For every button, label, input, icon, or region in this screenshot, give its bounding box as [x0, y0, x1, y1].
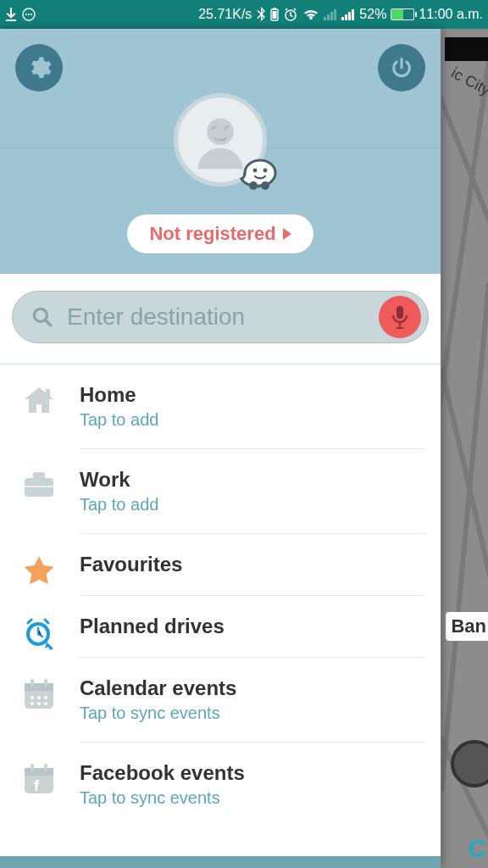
side-drawer: Not registered: [0, 29, 441, 868]
row-subtitle: Tap to add: [80, 495, 425, 515]
row-facebook-events[interactable]: f Facebook events Tap to sync events: [0, 743, 441, 826]
drawer-footer-accent: [0, 856, 441, 868]
svg-point-21: [249, 181, 258, 190]
power-icon: [390, 56, 413, 80]
row-title: Planned drives: [80, 615, 425, 638]
row-subtitle: Tap to sync events: [80, 704, 425, 723]
briefcase-icon: [22, 470, 56, 498]
microphone-icon: [391, 305, 409, 329]
row-title: Home: [80, 383, 425, 407]
bluetooth-icon: [256, 7, 266, 22]
signal-icon: [341, 8, 355, 20]
search-placeholder: Enter destination: [67, 303, 365, 331]
row-work[interactable]: Work Tap to add: [0, 449, 441, 534]
svg-point-39: [44, 696, 47, 699]
calendar-icon: [22, 678, 56, 710]
svg-point-40: [30, 702, 34, 705]
download-icon: [5, 8, 17, 21]
map-corner-glyph: C: [468, 834, 486, 863]
home-icon: [22, 385, 56, 417]
row-planned-drives[interactable]: Planned drives: [0, 596, 441, 658]
search-section: Enter destination: [0, 274, 441, 364]
row-favourites[interactable]: Favourites: [0, 534, 441, 596]
svg-point-19: [207, 118, 234, 145]
svg-point-24: [263, 169, 268, 173]
gear-icon: [26, 55, 52, 81]
svg-rect-45: [30, 764, 34, 771]
star-icon: [22, 554, 56, 587]
svg-rect-5: [274, 8, 276, 9]
voice-search-button[interactable]: [379, 296, 421, 338]
svg-point-22: [261, 181, 269, 190]
svg-rect-27: [46, 389, 50, 397]
row-subtitle: Tap to sync events: [80, 788, 425, 808]
calendar-facebook-icon: f: [22, 763, 56, 795]
battery-small-icon: [270, 8, 279, 21]
row-calendar-events[interactable]: Calendar events Tap to sync events: [0, 658, 441, 743]
register-label: Not registered: [149, 223, 275, 245]
search-input[interactable]: Enter destination: [12, 291, 429, 343]
svg-text:f: f: [34, 777, 40, 794]
svg-point-3: [30, 14, 32, 15]
svg-point-1: [25, 14, 27, 15]
network-speed: 25.71K/s: [198, 7, 252, 22]
svg-rect-10: [330, 12, 333, 20]
power-button[interactable]: [378, 44, 425, 92]
svg-rect-26: [396, 306, 403, 319]
map-background[interactable]: ic City Ban C: [441, 29, 488, 868]
svg-point-2: [28, 14, 30, 15]
svg-rect-34: [25, 683, 53, 691]
more-dots-icon: [22, 8, 36, 21]
svg-point-23: [253, 169, 258, 173]
svg-point-37: [30, 696, 34, 699]
chevron-right-icon: [283, 228, 291, 240]
drawer-header: Not registered: [0, 29, 441, 274]
svg-rect-9: [327, 14, 330, 20]
destinations-list: Home Tap to add Work Tap to add Favourit…: [0, 364, 441, 856]
alarm-icon: [283, 7, 298, 22]
row-title: Favourites: [80, 553, 425, 576]
search-icon: [31, 306, 53, 328]
profile-avatar[interactable]: [174, 93, 267, 186]
battery-percent: 52%: [359, 7, 386, 22]
clock-time: 11:00 a.m.: [419, 7, 483, 22]
svg-rect-44: [25, 768, 53, 776]
svg-rect-29: [33, 472, 45, 479]
settings-button[interactable]: [15, 44, 63, 92]
svg-rect-15: [352, 9, 354, 20]
svg-point-42: [44, 702, 47, 705]
svg-rect-30: [25, 486, 53, 487]
svg-rect-46: [44, 764, 47, 771]
svg-rect-36: [44, 679, 47, 687]
row-home[interactable]: Home Tap to add: [0, 364, 441, 449]
planned-clock-icon: [21, 616, 57, 650]
row-title: Facebook events: [80, 761, 425, 785]
android-status-bar: 25.71K/s 52% 11:00 a.m.: [0, 0, 488, 29]
wifi-icon: [302, 8, 319, 21]
svg-rect-12: [341, 17, 344, 20]
row-title: Calendar events: [80, 676, 425, 700]
waze-mascot-icon: [240, 158, 279, 192]
signal-dim-icon: [324, 8, 337, 20]
battery-icon: [391, 8, 414, 20]
row-title: Work: [80, 468, 425, 492]
svg-rect-13: [345, 14, 347, 20]
register-button[interactable]: Not registered: [127, 214, 313, 253]
svg-rect-35: [30, 679, 34, 687]
row-subtitle: Tap to add: [80, 410, 425, 430]
svg-rect-8: [324, 17, 326, 20]
svg-rect-11: [334, 9, 336, 20]
svg-rect-14: [348, 12, 351, 20]
svg-point-41: [37, 702, 41, 705]
map-place-label: Ban: [446, 612, 488, 641]
svg-point-38: [37, 696, 41, 699]
svg-rect-6: [273, 11, 277, 19]
